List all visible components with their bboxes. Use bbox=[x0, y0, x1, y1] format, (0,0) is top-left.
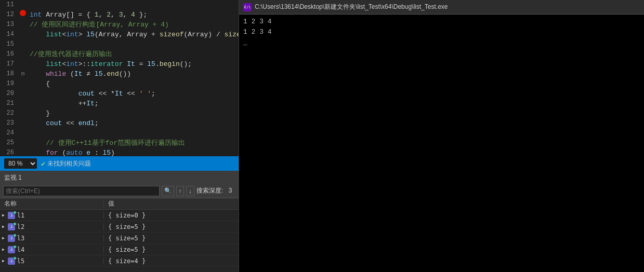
console-titlebar: C:\ C:\Users\13614\Desktop\新建文件夹\list_Te… bbox=[239, 0, 644, 15]
line-content: { bbox=[28, 79, 239, 89]
line-gutter bbox=[18, 10, 28, 16]
line-number: 20 bbox=[0, 89, 18, 99]
watch-item-value: { size=0 } bbox=[104, 212, 239, 219]
code-line: 11 bbox=[0, 0, 239, 10]
col-name-header: 名称 bbox=[0, 199, 104, 208]
editor-panel: 1112int Array[] = { 1, 2, 3, 4 };13// 使用… bbox=[0, 0, 239, 272]
code-line: 23 cout << endl; bbox=[0, 118, 239, 128]
watch-var-name: l1 bbox=[17, 212, 24, 219]
code-line: 24 bbox=[0, 128, 239, 138]
status-bar: 80 % 100 % ✔ 未找到相关问题 bbox=[0, 156, 239, 171]
watch-item[interactable]: ▶il5{ size=4 } bbox=[0, 255, 239, 267]
watch-item[interactable]: ▶il3{ size=5 } bbox=[0, 233, 239, 244]
line-number: 22 bbox=[0, 108, 18, 118]
watch-item-icon: i bbox=[8, 212, 15, 219]
watch-item[interactable]: ▶il4{ size=5 } bbox=[0, 244, 239, 255]
watch-items: ▶il1{ size=0 }▶il2{ size=5 }▶il3{ size=5… bbox=[0, 210, 239, 272]
watch-expand-arrow[interactable]: ▶ bbox=[2, 247, 5, 252]
console-body[interactable]: 1 2 3 41 2 3 4 bbox=[239, 15, 644, 272]
code-line: 16//使用迭代器进行遍历输出 bbox=[0, 49, 239, 59]
code-area: 1112int Array[] = { 1, 2, 3, 4 };13// 使用… bbox=[0, 0, 239, 156]
depth-value: 3 bbox=[225, 187, 235, 195]
watch-item-name: ▶il4 bbox=[0, 246, 104, 253]
watch-item-name: ▶il1 bbox=[0, 212, 104, 219]
line-content: // 使用区间进行构造[Array, Array + 4) bbox=[28, 20, 239, 30]
line-number: 24 bbox=[0, 128, 18, 138]
line-content: } bbox=[28, 108, 239, 118]
watch-item[interactable]: ▶il1{ size=0 } bbox=[0, 210, 239, 221]
check-icon: ✔ bbox=[41, 159, 45, 168]
line-number: 19 bbox=[0, 79, 18, 89]
watch-item-icon: i bbox=[8, 235, 15, 242]
code-line: 25 // 使用C++11基于for范围循环进行遍历输出 bbox=[0, 138, 239, 148]
code-line: 17 list<int>::iterator It = l5.begin(); bbox=[0, 59, 239, 69]
code-line: 19 { bbox=[0, 79, 239, 89]
search-input[interactable] bbox=[3, 186, 160, 196]
code-line: 12int Array[] = { 1, 2, 3, 4 }; bbox=[0, 10, 239, 20]
line-content: while (It ≠ l5.end()) bbox=[28, 69, 239, 79]
watch-panel: 监视 1 🔍 ↑ ↓ 搜索深度: 3 名称 值 ▶il1{ size=0 }▶i… bbox=[0, 171, 239, 272]
console-icon: C:\ bbox=[243, 3, 252, 11]
watch-var-name: l4 bbox=[17, 246, 24, 253]
status-check: ✔ 未找到相关问题 bbox=[41, 159, 91, 168]
watch-title: 监视 1 bbox=[4, 173, 22, 182]
line-content: list<int> l5(Array, Array + sizeof(Array… bbox=[28, 30, 239, 39]
watch-item-value: { size=4 } bbox=[104, 257, 239, 265]
line-number: 21 bbox=[0, 99, 18, 108]
watch-item[interactable]: ▶il2{ size=5 } bbox=[0, 221, 239, 233]
watch-var-name: l2 bbox=[17, 223, 24, 230]
collapse-arrow[interactable]: ⊟ bbox=[21, 69, 24, 79]
search-up-btn[interactable]: ↑ bbox=[176, 186, 185, 196]
watch-item-icon: i bbox=[8, 246, 15, 253]
watch-item-value: { size=5 } bbox=[104, 223, 239, 230]
col-value-header: 值 bbox=[104, 199, 239, 208]
watch-var-name: l3 bbox=[17, 235, 24, 242]
zoom-selector[interactable]: 80 % 100 % bbox=[4, 158, 37, 169]
console-cursor bbox=[243, 37, 640, 48]
line-number: 26 bbox=[0, 148, 18, 156]
line-content: cout << endl; bbox=[28, 118, 239, 128]
line-number: 15 bbox=[0, 39, 18, 49]
watch-item-value: { size=5 } bbox=[104, 246, 239, 253]
watch-header: 监视 1 bbox=[0, 171, 239, 184]
watch-item-name: ▶il3 bbox=[0, 235, 104, 242]
line-number: 11 bbox=[0, 0, 18, 10]
watch-item-value: { size=5 } bbox=[104, 235, 239, 242]
watch-expand-arrow[interactable]: ▶ bbox=[2, 259, 5, 263]
code-line: 21 ++It; bbox=[0, 99, 239, 108]
line-content: cout << *It << ' '; bbox=[28, 89, 239, 99]
watch-expand-arrow[interactable]: ▶ bbox=[2, 224, 5, 229]
console-title: C:\Users\13614\Desktop\新建文件夹\list_Test\x… bbox=[255, 3, 448, 11]
console-line: 1 2 3 4 bbox=[243, 17, 640, 27]
watch-item-name: ▶il5 bbox=[0, 257, 104, 265]
line-number: 14 bbox=[0, 30, 18, 39]
line-content: int Array[] = { 1, 2, 3, 4 }; bbox=[28, 10, 239, 20]
line-number: 18 bbox=[0, 69, 18, 79]
code-line: 20 cout << *It << ' '; bbox=[0, 89, 239, 99]
line-number: 25 bbox=[0, 138, 18, 148]
depth-label: 搜索深度: bbox=[196, 186, 223, 195]
watch-item-icon: i bbox=[8, 223, 15, 230]
watch-item-name: ▶il2 bbox=[0, 223, 104, 230]
line-number: 13 bbox=[0, 20, 18, 30]
search-icon-btn[interactable]: 🔍 bbox=[162, 186, 174, 196]
watch-expand-arrow[interactable]: ▶ bbox=[2, 213, 5, 217]
line-number: 17 bbox=[0, 59, 18, 69]
line-gutter: ⊟ bbox=[18, 69, 28, 79]
status-text: 未找到相关问题 bbox=[47, 159, 91, 168]
watch-columns: 名称 值 bbox=[0, 198, 239, 210]
line-content: for (auto e : l5) bbox=[28, 148, 239, 156]
line-number: 16 bbox=[0, 49, 18, 59]
line-number: 23 bbox=[0, 118, 18, 128]
code-line: 26 for (auto e : l5) bbox=[0, 148, 239, 156]
watch-search: 🔍 ↑ ↓ 搜索深度: 3 bbox=[0, 184, 239, 198]
code-line: 18⊟ while (It ≠ l5.end()) bbox=[0, 69, 239, 79]
search-down-btn[interactable]: ↓ bbox=[186, 186, 194, 196]
line-content: list<int>::iterator It = l5.begin(); bbox=[28, 59, 239, 69]
breakpoint-indicator bbox=[20, 10, 26, 16]
main-area: 1112int Array[] = { 1, 2, 3, 4 };13// 使用… bbox=[0, 0, 644, 272]
code-line: 13// 使用区间进行构造[Array, Array + 4) bbox=[0, 20, 239, 30]
watch-expand-arrow[interactable]: ▶ bbox=[2, 236, 5, 240]
line-content: ++It; bbox=[28, 99, 239, 108]
console-line: 1 2 3 4 bbox=[243, 27, 640, 37]
